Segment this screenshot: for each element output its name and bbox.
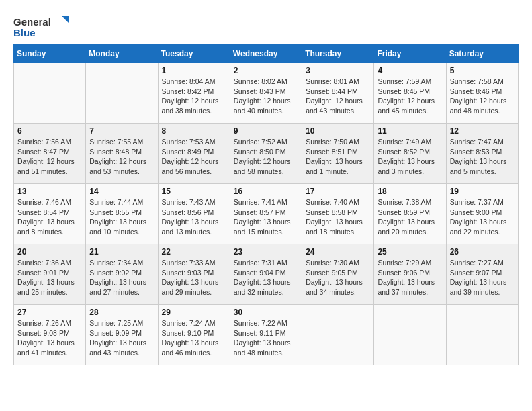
weekday-header-friday: Friday — [374, 45, 446, 63]
day-info: Sunrise: 7:49 AM Sunset: 8:52 PM Dayligh… — [378, 137, 442, 177]
calendar-cell: 22Sunrise: 7:33 AM Sunset: 9:03 PM Dayli… — [158, 244, 230, 305]
day-info: Sunrise: 7:58 AM Sunset: 8:46 PM Dayligh… — [450, 77, 515, 116]
day-info: Sunrise: 7:52 AM Sunset: 8:50 PM Dayligh… — [234, 137, 298, 177]
calendar-cell: 11Sunrise: 7:49 AM Sunset: 8:52 PM Dayli… — [374, 124, 446, 184]
day-number: 20 — [17, 247, 82, 257]
day-info: Sunrise: 7:59 AM Sunset: 8:45 PM Dayligh… — [378, 77, 442, 116]
day-number: 2 — [234, 66, 298, 75]
calendar-cell: 7Sunrise: 7:55 AM Sunset: 8:48 PM Daylig… — [86, 124, 158, 184]
calendar-cell: 16Sunrise: 7:41 AM Sunset: 8:57 PM Dayli… — [230, 184, 302, 244]
day-info: Sunrise: 7:26 AM Sunset: 9:08 PM Dayligh… — [17, 318, 82, 358]
day-number: 15 — [162, 187, 226, 196]
calendar-cell: 29Sunrise: 7:24 AM Sunset: 9:10 PM Dayli… — [158, 305, 230, 365]
weekday-header-tuesday: Tuesday — [158, 45, 230, 63]
day-info: Sunrise: 7:46 AM Sunset: 8:54 PM Dayligh… — [17, 197, 82, 237]
page-header: GeneralBlue — [13, 13, 519, 40]
calendar-week-row: 20Sunrise: 7:36 AM Sunset: 9:01 PM Dayli… — [14, 244, 519, 305]
calendar-cell: 14Sunrise: 7:44 AM Sunset: 8:55 PM Dayli… — [86, 184, 158, 244]
day-number: 7 — [89, 126, 154, 136]
logo-svg: GeneralBlue — [13, 13, 74, 40]
day-number: 28 — [89, 308, 154, 317]
calendar-cell: 26Sunrise: 7:27 AM Sunset: 9:07 PM Dayli… — [446, 244, 518, 305]
day-info: Sunrise: 7:53 AM Sunset: 8:49 PM Dayligh… — [162, 137, 226, 177]
day-number: 26 — [450, 247, 515, 257]
day-info: Sunrise: 7:55 AM Sunset: 8:48 PM Dayligh… — [89, 137, 154, 177]
calendar-cell: 18Sunrise: 7:38 AM Sunset: 8:59 PM Dayli… — [374, 184, 446, 244]
day-number: 1 — [162, 66, 226, 75]
calendar-cell: 12Sunrise: 7:47 AM Sunset: 8:53 PM Dayli… — [446, 124, 518, 184]
day-info: Sunrise: 7:37 AM Sunset: 9:00 PM Dayligh… — [450, 197, 515, 237]
day-number: 24 — [306, 247, 370, 257]
day-number: 14 — [89, 187, 154, 196]
day-info: Sunrise: 7:30 AM Sunset: 9:05 PM Dayligh… — [306, 258, 370, 298]
calendar-cell: 8Sunrise: 7:53 AM Sunset: 8:49 PM Daylig… — [158, 124, 230, 184]
day-number: 4 — [378, 66, 442, 75]
calendar-body: 1Sunrise: 8:04 AM Sunset: 8:42 PM Daylig… — [14, 63, 519, 365]
day-number: 9 — [234, 126, 298, 136]
calendar-table: SundayMondayTuesdayWednesdayThursdayFrid… — [13, 44, 519, 365]
day-info: Sunrise: 7:34 AM Sunset: 9:02 PM Dayligh… — [89, 258, 154, 298]
day-info: Sunrise: 7:22 AM Sunset: 9:11 PM Dayligh… — [234, 318, 298, 358]
calendar-cell: 21Sunrise: 7:34 AM Sunset: 9:02 PM Dayli… — [86, 244, 158, 305]
calendar-cell: 27Sunrise: 7:26 AM Sunset: 9:08 PM Dayli… — [14, 305, 86, 365]
calendar-cell: 15Sunrise: 7:43 AM Sunset: 8:56 PM Dayli… — [158, 184, 230, 244]
svg-marker-1 — [62, 16, 69, 23]
calendar-cell: 20Sunrise: 7:36 AM Sunset: 9:01 PM Dayli… — [14, 244, 86, 305]
calendar-week-row: 1Sunrise: 8:04 AM Sunset: 8:42 PM Daylig… — [14, 63, 519, 124]
day-info: Sunrise: 8:01 AM Sunset: 8:44 PM Dayligh… — [306, 77, 370, 116]
calendar-cell: 9Sunrise: 7:52 AM Sunset: 8:50 PM Daylig… — [230, 124, 302, 184]
day-number: 3 — [306, 66, 370, 75]
calendar-cell: 28Sunrise: 7:25 AM Sunset: 9:09 PM Dayli… — [86, 305, 158, 365]
day-info: Sunrise: 7:43 AM Sunset: 8:56 PM Dayligh… — [162, 197, 226, 237]
day-info: Sunrise: 7:27 AM Sunset: 9:07 PM Dayligh… — [450, 258, 515, 298]
calendar-cell — [374, 305, 446, 365]
calendar-cell: 1Sunrise: 8:04 AM Sunset: 8:42 PM Daylig… — [158, 63, 230, 124]
day-info: Sunrise: 7:40 AM Sunset: 8:58 PM Dayligh… — [306, 197, 370, 237]
calendar-cell — [86, 63, 158, 124]
calendar-cell — [302, 305, 374, 365]
svg-text:Blue: Blue — [13, 27, 36, 38]
day-number: 29 — [162, 308, 226, 317]
day-info: Sunrise: 7:31 AM Sunset: 9:04 PM Dayligh… — [234, 258, 298, 298]
svg-text:General: General — [13, 16, 51, 28]
day-number: 6 — [17, 126, 82, 136]
calendar-cell: 13Sunrise: 7:46 AM Sunset: 8:54 PM Dayli… — [14, 184, 86, 244]
day-info: Sunrise: 7:50 AM Sunset: 8:51 PM Dayligh… — [306, 137, 370, 177]
day-info: Sunrise: 7:56 AM Sunset: 8:47 PM Dayligh… — [17, 137, 82, 177]
calendar-week-row: 13Sunrise: 7:46 AM Sunset: 8:54 PM Dayli… — [14, 184, 519, 244]
weekday-header-sunday: Sunday — [14, 45, 86, 63]
day-info: Sunrise: 8:02 AM Sunset: 8:43 PM Dayligh… — [234, 77, 298, 116]
day-info: Sunrise: 7:44 AM Sunset: 8:55 PM Dayligh… — [89, 197, 154, 237]
day-number: 23 — [234, 247, 298, 257]
day-number: 25 — [378, 247, 442, 257]
day-info: Sunrise: 7:47 AM Sunset: 8:53 PM Dayligh… — [450, 137, 515, 177]
calendar-cell: 23Sunrise: 7:31 AM Sunset: 9:04 PM Dayli… — [230, 244, 302, 305]
weekday-header-row: SundayMondayTuesdayWednesdayThursdayFrid… — [14, 45, 519, 63]
calendar-cell: 30Sunrise: 7:22 AM Sunset: 9:11 PM Dayli… — [230, 305, 302, 365]
day-number: 16 — [234, 187, 298, 196]
day-info: Sunrise: 7:41 AM Sunset: 8:57 PM Dayligh… — [234, 197, 298, 237]
calendar-cell: 24Sunrise: 7:30 AM Sunset: 9:05 PM Dayli… — [302, 244, 374, 305]
logo: GeneralBlue — [13, 13, 74, 40]
calendar-week-row: 6Sunrise: 7:56 AM Sunset: 8:47 PM Daylig… — [14, 124, 519, 184]
day-number: 11 — [378, 126, 442, 136]
day-number: 19 — [450, 187, 515, 196]
day-number: 27 — [17, 308, 82, 317]
calendar-cell: 19Sunrise: 7:37 AM Sunset: 9:00 PM Dayli… — [446, 184, 518, 244]
calendar-cell: 3Sunrise: 8:01 AM Sunset: 8:44 PM Daylig… — [302, 63, 374, 124]
day-info: Sunrise: 7:29 AM Sunset: 9:06 PM Dayligh… — [378, 258, 442, 298]
day-number: 17 — [306, 187, 370, 196]
day-info: Sunrise: 7:38 AM Sunset: 8:59 PM Dayligh… — [378, 197, 442, 237]
weekday-header-monday: Monday — [86, 45, 158, 63]
day-number: 21 — [89, 247, 154, 257]
calendar-cell: 2Sunrise: 8:02 AM Sunset: 8:43 PM Daylig… — [230, 63, 302, 124]
day-number: 30 — [234, 308, 298, 317]
calendar-cell: 6Sunrise: 7:56 AM Sunset: 8:47 PM Daylig… — [14, 124, 86, 184]
calendar-cell: 17Sunrise: 7:40 AM Sunset: 8:58 PM Dayli… — [302, 184, 374, 244]
day-number: 5 — [450, 66, 515, 75]
day-number: 18 — [378, 187, 442, 196]
day-info: Sunrise: 7:36 AM Sunset: 9:01 PM Dayligh… — [17, 258, 82, 298]
calendar-cell: 25Sunrise: 7:29 AM Sunset: 9:06 PM Dayli… — [374, 244, 446, 305]
day-number: 22 — [162, 247, 226, 257]
calendar-cell — [446, 305, 518, 365]
